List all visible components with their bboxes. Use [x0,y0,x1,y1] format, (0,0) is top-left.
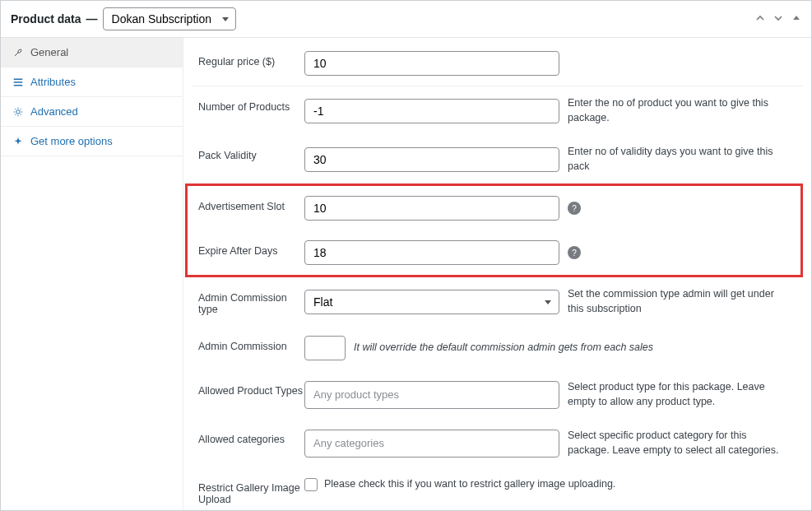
tab-label: Attributes [30,76,76,88]
product-type-select[interactable]: Dokan Subscription [103,7,236,30]
restrict-gallery-desc: Please check this if you want to restric… [324,477,615,492]
row-expire-after-days: Expire After Days ? [192,230,800,275]
row-restrict-gallery: Restrict Gallery Image Upload Please che… [192,467,803,510]
expire-days-label: Expire After Days [192,240,304,257]
allowed-cats-select[interactable]: Any categories [304,430,559,458]
wrench-icon [12,48,24,58]
row-number-of-products: Number of Products Enter the no of produ… [192,86,803,135]
tab-general[interactable]: General [1,38,183,67]
svg-rect-0 [14,78,23,80]
row-advertisement-slot: Advertisement Slot ? [192,186,800,230]
commission-type-select[interactable]: Flat [304,290,559,314]
panel-header: Product data — Dokan Subscription [1,1,811,38]
tab-label: Get more options [30,135,113,147]
tab-label: Advanced [30,105,78,118]
row-allowed-product-types: Allowed Product Types Any product types … [192,370,803,419]
commission-type-label: Admin Commission type [192,287,304,315]
svg-rect-1 [14,81,23,83]
svg-rect-2 [14,85,23,86]
allowed-types-label: Allowed Product Types [192,380,304,397]
admin-commission-label: Admin Commission [192,336,304,352]
title-separator: — [86,12,98,26]
regular-price-label: Regular price ($) [192,51,304,67]
sparkle-icon [12,137,24,146]
svg-point-3 [16,109,21,114]
row-regular-price: Regular price ($) [192,41,803,86]
num-products-label: Number of Products [192,96,304,113]
product-data-panel: Product data — Dokan Subscription [0,0,812,511]
allowed-cats-desc: Select specific product category for thi… [568,429,786,458]
ad-slot-label: Advertisement Slot [192,196,304,212]
panel-title: Product data [11,12,81,26]
tabs-sidebar: General Attributes Advanced Get more opt… [1,38,183,510]
regular-price-input[interactable] [304,51,559,76]
product-type-select-wrap: Dokan Subscription [103,7,236,30]
ad-slot-input[interactable] [304,196,559,221]
list-icon [12,77,24,87]
row-admin-commission: Admin Commission It will override the de… [192,326,803,370]
commission-type-desc: Set the commission type admin will get u… [568,287,786,316]
pack-validity-desc: Enter no of validity days you want to gi… [568,145,786,174]
expire-days-input[interactable] [304,240,559,265]
allowed-types-select[interactable]: Any product types [304,381,559,409]
allowed-cats-label: Allowed categories [192,429,304,445]
tab-label: General [30,46,68,58]
form-content: Regular price ($) Number of Products Ent… [183,38,811,510]
pack-validity-label: Pack Validity [192,145,304,161]
restrict-gallery-label: Restrict Gallery Image Upload [192,477,304,505]
pack-validity-input[interactable] [304,147,559,172]
move-down-icon[interactable] [772,12,785,26]
allowed-types-desc: Select product type for this package. Le… [568,380,786,409]
panel-body: General Attributes Advanced Get more opt… [1,38,811,510]
admin-commission-desc: It will override the default commission … [354,341,786,355]
toggle-panel-icon[interactable] [790,12,803,26]
help-icon[interactable]: ? [568,246,581,259]
num-products-desc: Enter the no of product you want to give… [568,96,786,125]
row-pack-validity: Pack Validity Enter no of validity days … [192,135,803,183]
tab-advanced[interactable]: Advanced [1,97,183,127]
highlighted-section: Advertisement Slot ? Expire After Days ? [185,183,803,277]
admin-commission-input[interactable] [304,336,346,360]
panel-header-controls [754,12,803,26]
tab-attributes[interactable]: Attributes [1,67,183,97]
restrict-gallery-checkbox[interactable] [304,478,318,491]
tab-get-more-options[interactable]: Get more options [1,127,183,156]
row-allowed-categories: Allowed categories Any categories Select… [192,419,803,467]
num-products-input[interactable] [304,99,559,123]
row-commission-type: Admin Commission type Flat Set the commi… [192,277,803,326]
help-icon[interactable]: ? [568,202,581,215]
move-up-icon[interactable] [754,12,767,26]
gear-icon [12,107,24,117]
